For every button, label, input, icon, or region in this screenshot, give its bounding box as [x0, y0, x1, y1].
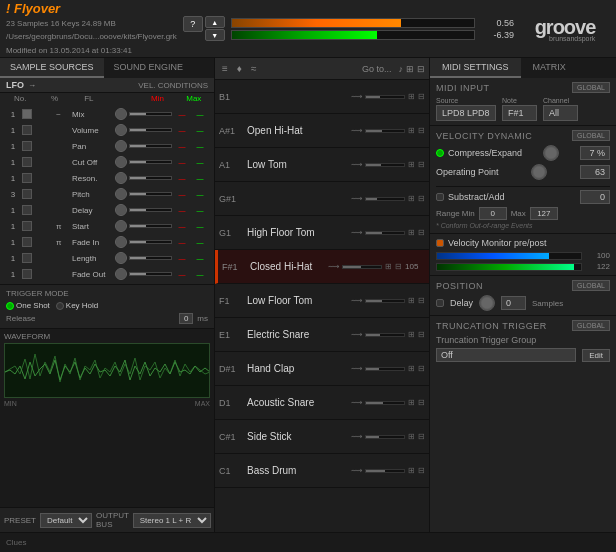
conform-text: * Conform Out-of-range Events: [436, 222, 610, 229]
meter-bar-2: [231, 30, 475, 40]
pad-controls-9: ⟿ ⊞ ⊟: [351, 398, 425, 407]
one-shot-option[interactable]: One Shot: [6, 301, 50, 310]
lfo-checkbox-1[interactable]: [22, 125, 32, 135]
range-min-input[interactable]: [479, 207, 507, 220]
output-select[interactable]: Stereo 1 L + R: [133, 513, 211, 528]
lfo-row-5[interactable]: 3 Pitch — —: [2, 186, 212, 202]
up-btn[interactable]: ▲: [205, 16, 225, 28]
lfo-min-9: —: [174, 255, 190, 262]
key-hold-radio[interactable]: [56, 302, 64, 310]
note-val[interactable]: F#1: [502, 105, 537, 121]
tab-sound-engine[interactable]: SOUND ENGINE: [104, 58, 194, 78]
lfo-knob-4[interactable]: [115, 172, 127, 184]
lfo-knob-7[interactable]: [115, 220, 127, 232]
vel-dynamic-global-btn[interactable]: GLOBAL: [572, 130, 610, 141]
pad-note-11: C1: [219, 466, 247, 476]
pad-row-1[interactable]: A#1 Open Hi-Hat ⟿ ⊞ ⊟: [215, 114, 429, 148]
lfo-row-9[interactable]: 1 Length — —: [2, 250, 212, 266]
range-max-input[interactable]: [530, 207, 558, 220]
pad-note-2: A1: [219, 160, 247, 170]
one-shot-radio[interactable]: [6, 302, 14, 310]
pad-row-4[interactable]: G1 High Floor Tom ⟿ ⊞ ⊟: [215, 216, 429, 250]
pad-row-0[interactable]: B1 ⟿ ⊞ ⊟: [215, 80, 429, 114]
lfo-knob-2[interactable]: [115, 140, 127, 152]
pad-row-3[interactable]: G#1 ⟿ ⊞ ⊟: [215, 182, 429, 216]
pad-row-11[interactable]: C1 Bass Drum ⟿ ⊞ ⊟: [215, 454, 429, 488]
lfo-knob-3[interactable]: [115, 156, 127, 168]
lfo-checkbox-6[interactable]: [22, 205, 32, 215]
pad-row-7[interactable]: E1 Electric Snare ⟿ ⊞ ⊟: [215, 318, 429, 352]
lfo-checkbox-9[interactable]: [22, 253, 32, 263]
lfo-checkbox-10[interactable]: [22, 269, 32, 279]
vel-conditions-label: VEL. CONDITIONS: [138, 81, 208, 90]
lfo-row-4[interactable]: 1 Reson. — —: [2, 170, 212, 186]
lfo-row-2[interactable]: 1 Pan — —: [2, 138, 212, 154]
lfo-checkbox-0[interactable]: [22, 109, 32, 119]
preset-select[interactable]: Default: [40, 513, 92, 528]
lfo-checkbox-2[interactable]: [22, 141, 32, 151]
delay-label: Delay: [450, 298, 473, 308]
lfo-row-8[interactable]: 1 π Fade In — —: [2, 234, 212, 250]
pad-row-2[interactable]: A1 Low Tom ⟿ ⊞ ⊟: [215, 148, 429, 182]
operating-val[interactable]: 63: [580, 165, 610, 179]
tab-midi-settings[interactable]: MIDI SETTINGS: [430, 58, 521, 78]
lfo-min-3: —: [174, 159, 190, 166]
delay-unit: Samples: [532, 299, 563, 308]
down-btn[interactable]: ▼: [205, 29, 225, 41]
lfo-label-4: Reson.: [72, 174, 113, 183]
lfo-knob-5[interactable]: [115, 188, 127, 200]
trunc-val[interactable]: Off: [436, 348, 576, 362]
lfo-knob-6[interactable]: [115, 204, 127, 216]
compress-val[interactable]: 7 %: [580, 146, 610, 160]
question-btn[interactable]: ?: [183, 16, 203, 32]
lfo-knob-9[interactable]: [115, 252, 127, 264]
lfo-checkbox-3[interactable]: [22, 157, 32, 167]
pad-icon-2-6: ⊞: [408, 296, 415, 305]
lfo-checkbox-8[interactable]: [22, 237, 32, 247]
pad-row-5[interactable]: F#1 Closed Hi-Hat ⟿ ⊞ ⊟ 105: [215, 250, 429, 284]
pad-row-10[interactable]: C#1 Side Stick ⟿ ⊞ ⊟: [215, 420, 429, 454]
lfo-arrow[interactable]: →: [28, 81, 36, 90]
lfo-checkbox-7[interactable]: [22, 221, 32, 231]
pad-row-6[interactable]: F1 Low Floor Tom ⟿ ⊞ ⊟: [215, 284, 429, 318]
lfo-label-10: Fade Out: [72, 270, 113, 279]
lfo-knob-8[interactable]: [115, 236, 127, 248]
lfo-row-3[interactable]: 1 Cut Off — —: [2, 154, 212, 170]
key-hold-option[interactable]: Key Hold: [56, 301, 98, 310]
position-global-btn[interactable]: GLOBAL: [572, 280, 610, 291]
lfo-row-1[interactable]: 1 Volume — —: [2, 122, 212, 138]
tab-sample-sources[interactable]: SAMPLE SOURCES: [0, 58, 104, 78]
edit-btn[interactable]: Edit: [582, 349, 610, 362]
lfo-checkbox-4[interactable]: [22, 173, 32, 183]
delay-knob[interactable]: [479, 295, 495, 311]
source-val[interactable]: LPD8 LPD8: [436, 105, 496, 121]
lfo-knob-10[interactable]: [115, 268, 127, 280]
pad-row-8[interactable]: D#1 Hand Clap ⟿ ⊞ ⊟: [215, 352, 429, 386]
lfo-knob-1[interactable]: [115, 124, 127, 136]
toolbar-icon-1[interactable]: ≡: [219, 62, 231, 75]
lfo-max-0: —: [192, 111, 208, 118]
operating-row: Operating Point 63: [436, 164, 610, 180]
pad-row-9[interactable]: D1 Acoustic Snare ⟿ ⊞ ⊟: [215, 386, 429, 420]
compress-knob[interactable]: [543, 145, 559, 161]
pad-icon-1-9: ⟿: [351, 398, 362, 407]
trunc-global-btn[interactable]: GLOBAL: [572, 320, 610, 331]
tab-matrix[interactable]: MATRIX: [521, 58, 578, 78]
lfo-row-0[interactable]: 1 ~ Mix — —: [2, 106, 212, 122]
pad-icon-3-0: ⊟: [418, 92, 425, 101]
operating-knob[interactable]: [531, 164, 547, 180]
lfo-row-6[interactable]: 1 Delay — —: [2, 202, 212, 218]
lfo-checkbox-5[interactable]: [22, 189, 32, 199]
midi-input-global-btn[interactable]: GLOBAL: [572, 82, 610, 93]
lfo-knob-0[interactable]: [115, 108, 127, 120]
toolbar-icon-3[interactable]: ≈: [248, 62, 260, 75]
toolbar-icon-2[interactable]: ♦: [234, 62, 245, 75]
lfo-row-7[interactable]: 1 π Start — —: [2, 218, 212, 234]
logo-area: groove brunsandspork: [520, 16, 610, 42]
delay-val[interactable]: 0: [501, 296, 526, 310]
substract-val[interactable]: 0: [580, 190, 610, 204]
channel-val[interactable]: All: [543, 105, 578, 121]
lfo-row-10[interactable]: 1 Fade Out — —: [2, 266, 212, 282]
release-val[interactable]: 0: [179, 313, 193, 324]
toolbar-goto[interactable]: Go to...: [362, 64, 392, 74]
